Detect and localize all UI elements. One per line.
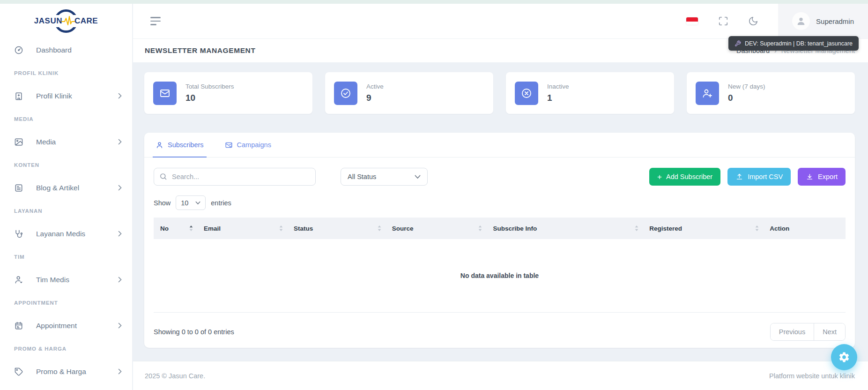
sort-icon — [635, 225, 638, 232]
chevron-right-icon — [118, 185, 122, 191]
search-input[interactable] — [154, 168, 316, 186]
stat-value: 10 — [185, 93, 234, 103]
article-icon — [14, 183, 23, 193]
download-icon — [806, 173, 814, 181]
upload-icon — [735, 173, 743, 181]
column-header-status[interactable]: Status — [287, 218, 386, 239]
settings-fab[interactable] — [831, 344, 857, 370]
tab-label: Campaigns — [237, 141, 271, 149]
dev-tooltip-text: DEV: Superadmin | DB: tenant_jasuncare — [745, 40, 853, 47]
tab-campaigns[interactable]: Campaigns — [225, 133, 271, 157]
status-filter-value: All Status — [348, 173, 376, 180]
status-filter-select[interactable]: All Status — [341, 168, 428, 186]
column-header-subscribe-info[interactable]: Subscribe Info — [486, 218, 643, 239]
stethoscope-icon — [14, 229, 23, 239]
newsletter-panel: Subscribers Campaigns — [144, 133, 855, 348]
avatar — [792, 12, 810, 30]
show-label: Show — [154, 199, 171, 207]
sidebar-item-label: Profil Klinik — [36, 92, 118, 100]
stat-value: 9 — [366, 93, 384, 103]
page-title: NEWSLETTER MANAGEMENT — [145, 46, 255, 55]
chevron-right-icon — [118, 139, 122, 145]
sidebar-section-layanan: LAYANAN — [0, 199, 132, 222]
footer-tagline: Platform website untuk klinik — [769, 372, 855, 380]
column-header-action: Action — [763, 218, 846, 239]
sidebar-item-blog-artikel[interactable]: Blog & Artikel — [0, 176, 132, 199]
chevron-right-icon — [118, 231, 122, 237]
sidebar-item-tim-medis[interactable]: Tim Medis — [0, 268, 132, 291]
table-header-row: No Email Status — [154, 218, 846, 239]
empty-message: No data available in table — [154, 239, 846, 312]
image-icon — [14, 137, 23, 147]
column-header-source[interactable]: Source — [386, 218, 487, 239]
menu-toggle-icon[interactable] — [150, 17, 161, 25]
pagination: Previous Next — [770, 323, 846, 341]
stat-label: Total Subscribers — [185, 83, 234, 90]
user-name: Superadmin — [816, 17, 854, 25]
stat-card-new: New (7 days) 0 — [687, 72, 855, 114]
stat-card-inactive: Inactive 1 — [506, 72, 674, 114]
sidebar-item-label: Media — [36, 138, 118, 146]
copyright: 2025 © Jasun Care. — [145, 372, 205, 380]
top-strip — [0, 0, 868, 4]
language-flag-icon[interactable] — [686, 17, 698, 25]
sidebar-item-label: Appointment — [36, 322, 118, 330]
stats-cards: Total Subscribers 10 Active 9 Inac — [144, 72, 855, 114]
sidebar-item-label: Tim Medis — [36, 276, 118, 284]
sidebar-item-appointment[interactable]: Appointment — [0, 314, 132, 337]
subscribers-table: No Email Status — [154, 218, 846, 313]
add-subscriber-label: Add Subscriber — [666, 173, 712, 180]
add-subscriber-button[interactable]: + Add Subscriber — [649, 168, 720, 186]
dark-mode-moon-icon[interactable] — [748, 16, 758, 26]
chevron-right-icon — [118, 277, 122, 283]
logo-text-right: CARE — [74, 16, 98, 26]
logo[interactable]: JASUN CARE — [0, 4, 132, 38]
main-content: Total Subscribers 10 Active 9 Inac — [133, 62, 868, 361]
stat-label: Active — [366, 83, 384, 90]
top-header: Superadmin — [133, 4, 868, 38]
sidebar-section-promo-harga: PROMO & HARGA — [0, 337, 132, 360]
x-circle-icon — [515, 82, 538, 105]
sidebar-section-profil-klinik: PROFIL KLINIK — [0, 61, 132, 84]
column-header-registered[interactable]: Registered — [643, 218, 763, 239]
import-csv-button[interactable]: Import CSV — [727, 168, 791, 186]
user-menu[interactable]: Superadmin — [778, 4, 868, 38]
sidebar-item-label: Blog & Artikel — [36, 184, 118, 192]
page-size-select[interactable]: 10 — [176, 195, 206, 210]
empty-row: No data available in table — [154, 239, 846, 312]
fullscreen-icon[interactable] — [718, 16, 728, 26]
next-page-button[interactable]: Next — [814, 323, 845, 340]
tab-subscribers[interactable]: Subscribers — [156, 133, 204, 157]
export-button[interactable]: Export — [798, 168, 846, 186]
sidebar-item-dashboard[interactable]: Dashboard — [0, 38, 132, 61]
stat-label: New (7 days) — [728, 83, 765, 90]
sidebar-section-appointment: APPOINTMENT — [0, 291, 132, 314]
sidebar-item-media[interactable]: Media — [0, 130, 132, 153]
gauge-icon — [14, 45, 23, 55]
column-header-no[interactable]: No — [154, 218, 197, 239]
sidebar-item-label: Promo & Harga — [36, 368, 118, 376]
sort-icon — [755, 225, 759, 232]
sidebar-item-label: Layanan Medis — [36, 230, 118, 238]
previous-page-button[interactable]: Previous — [771, 323, 814, 340]
wrench-icon — [734, 40, 741, 47]
page-footer: 2025 © Jasun Care. Platform website untu… — [133, 361, 868, 390]
chevron-down-icon — [195, 201, 200, 205]
export-label: Export — [818, 173, 838, 180]
sidebar-section-media: MEDIA — [0, 107, 132, 130]
stat-card-total-subscribers: Total Subscribers 10 — [144, 72, 312, 114]
stat-card-active: Active 9 — [325, 72, 493, 114]
calendar-icon — [14, 321, 23, 330]
tab-label: Subscribers — [168, 141, 204, 149]
dev-tooltip: DEV: Superadmin | DB: tenant_jasuncare — [728, 36, 859, 51]
sidebar-item-profil-klinik[interactable]: Profil Klinik — [0, 84, 132, 107]
plus-icon: + — [657, 173, 662, 181]
column-header-email[interactable]: Email — [197, 218, 287, 239]
chevron-right-icon — [118, 368, 122, 375]
sidebar-item-layanan-medis[interactable]: Layanan Medis — [0, 222, 132, 245]
mail-icon — [153, 82, 177, 105]
entries-label: entries — [211, 199, 231, 207]
sidebar-item-promo-harga[interactable]: Promo & Harga — [0, 360, 132, 383]
search-box — [154, 168, 316, 186]
logo-text-left: JASUN — [34, 16, 62, 26]
